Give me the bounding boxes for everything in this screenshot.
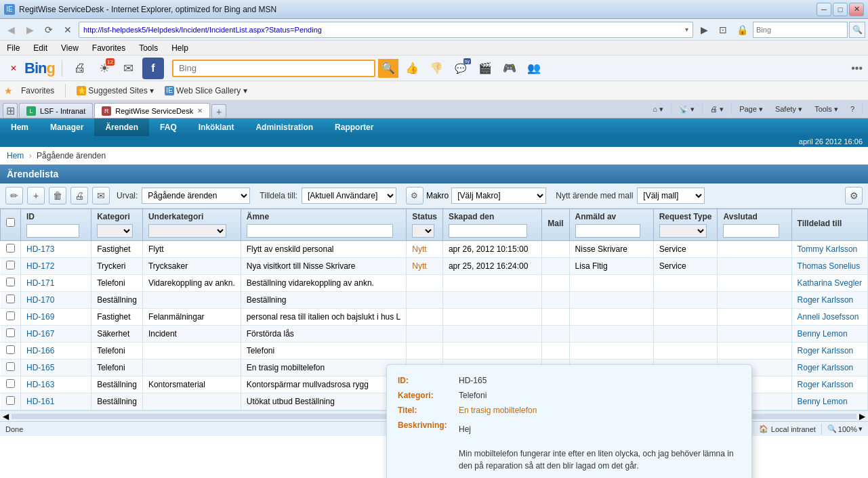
row-tilldelad[interactable]: Roger Karlsson: [791, 292, 867, 309]
menu-view[interactable]: View: [57, 42, 83, 54]
thumbsup-icon[interactable]: 👍: [401, 58, 423, 79]
address-bar[interactable]: http://lsf-helpdesk5/Helpdesk/Incident/I…: [79, 22, 693, 38]
search-input[interactable]: [753, 22, 848, 38]
edit-button[interactable]: ✏: [5, 187, 23, 204]
row-tilldelad[interactable]: Anneli Josefsson: [791, 309, 867, 326]
zoom-dropdown[interactable]: ▾: [859, 425, 863, 433]
scroll-right-button[interactable]: ▶: [856, 412, 868, 421]
menu-favorites[interactable]: Favorites: [88, 42, 129, 54]
table-row[interactable]: HD-172 Tryckeri Trycksaker Nya visitkort…: [1, 258, 868, 275]
minimize-button[interactable]: ─: [817, 3, 831, 16]
forward-button[interactable]: ▶: [22, 22, 38, 38]
select-all-checkbox[interactable]: [6, 218, 15, 227]
bing-search-input[interactable]: [172, 60, 375, 77]
close-button[interactable]: ✕: [849, 3, 864, 16]
feeds-button[interactable]: 📡 ▾: [674, 102, 699, 116]
row-checkbox-cell[interactable]: [1, 376, 21, 393]
mail-icon[interactable]: ✉: [118, 58, 140, 79]
filter-reqtype[interactable]: [659, 224, 707, 238]
row-tilldelad[interactable]: Roger Karlsson: [791, 360, 867, 376]
nav-rapporter[interactable]: Rapporter: [324, 118, 384, 136]
home-button[interactable]: ⌂ ▾: [648, 102, 668, 116]
row-checkbox-cell[interactable]: [1, 309, 21, 326]
macro-select[interactable]: [Välj Makro]: [451, 188, 546, 204]
menu-tools[interactable]: Tools: [135, 42, 162, 54]
table-row[interactable]: HD-167 Säkerhet Incident Förstörda lås B…: [1, 326, 868, 343]
page-button[interactable]: Page ▾: [735, 102, 768, 116]
table-row[interactable]: HD-169 Fastighet Felanmälningar personal…: [1, 309, 868, 326]
row-id[interactable]: HD-163: [21, 376, 91, 393]
back-button[interactable]: ◀: [3, 22, 19, 38]
web-slice-gallery-item[interactable]: IE Web Slice Gallery ▾: [162, 85, 249, 97]
table-row[interactable]: HD-166 Telefoni Telefoni Roger Karlsson: [1, 343, 868, 360]
row-id[interactable]: HD-166: [21, 343, 91, 360]
settings-button[interactable]: ⚙: [845, 187, 863, 204]
tools-button[interactable]: Tools ▾: [810, 102, 843, 116]
new-tab-quick-button[interactable]: ⊞: [3, 103, 18, 118]
row-checkbox[interactable]: [6, 261, 15, 269]
table-row[interactable]: HD-171 Telefoni Vidarekoppling av ankn. …: [1, 275, 868, 292]
row-checkbox-cell[interactable]: [1, 393, 21, 410]
row-checkbox[interactable]: [6, 328, 15, 337]
help-button[interactable]: ?: [846, 102, 859, 116]
row-tilldelad[interactable]: Roger Karlsson: [791, 343, 867, 360]
row-id[interactable]: HD-165: [21, 360, 91, 376]
print-button[interactable]: 🖨 ▾: [705, 102, 728, 116]
compat-button[interactable]: ⊡: [715, 22, 731, 38]
tab-lsf-intranat[interactable]: L LSF - Intranat: [19, 103, 93, 118]
filter-underkategori[interactable]: [148, 224, 226, 238]
row-id[interactable]: HD-173: [21, 241, 91, 258]
facebook-icon[interactable]: f: [142, 58, 164, 79]
row-checkbox-cell[interactable]: [1, 275, 21, 292]
row-tilldelad[interactable]: Benny Lemon: [791, 393, 867, 410]
thumbsdown-icon[interactable]: 👎: [426, 58, 447, 79]
urval-select[interactable]: Pågående ärenden Alla ärenden Mina ärend…: [142, 188, 250, 204]
row-checkbox[interactable]: [6, 396, 15, 405]
nav-administration[interactable]: Administration: [245, 118, 324, 136]
row-checkbox-cell[interactable]: [1, 241, 21, 258]
row-checkbox-cell[interactable]: [1, 292, 21, 309]
suggested-sites-item[interactable]: ⭐ Suggested Sites ▾: [74, 85, 157, 97]
filter-skapad[interactable]: [449, 224, 527, 238]
filter-status[interactable]: [412, 224, 434, 238]
row-id[interactable]: HD-167: [21, 326, 91, 343]
weather-icon[interactable]: ☀12: [94, 58, 115, 79]
row-tilldelad[interactable]: Katharina Svegler: [791, 275, 867, 292]
safety-button[interactable]: Safety ▾: [770, 102, 807, 116]
print-action-button[interactable]: 🖨: [70, 187, 88, 204]
security-button[interactable]: 🔒: [734, 22, 750, 38]
row-id[interactable]: HD-171: [21, 275, 91, 292]
tab-close-button[interactable]: ✕: [197, 107, 203, 114]
filter-id[interactable]: [26, 224, 79, 238]
row-checkbox[interactable]: [6, 379, 15, 388]
email-action-button[interactable]: ✉: [92, 187, 110, 204]
refresh-button[interactable]: ⟳: [41, 22, 57, 38]
new-tab-button[interactable]: +: [211, 104, 226, 118]
bing-search-button[interactable]: 🔍: [378, 59, 398, 78]
search-submit-button[interactable]: 🔍: [849, 22, 865, 38]
nav-manager[interactable]: Manager: [39, 118, 94, 136]
add-button[interactable]: +: [27, 187, 45, 204]
row-id[interactable]: HD-170: [21, 292, 91, 309]
row-checkbox[interactable]: [6, 311, 15, 320]
row-tilldelad[interactable]: Tommy Karlsson: [791, 241, 867, 258]
video-icon[interactable]: 🎬: [474, 58, 496, 79]
filter-amne[interactable]: [247, 224, 393, 238]
mall-select[interactable]: [Välj mall]: [637, 188, 705, 204]
row-checkbox-cell[interactable]: [1, 343, 21, 360]
row-checkbox[interactable]: [6, 244, 15, 253]
people-icon[interactable]: 👥: [523, 58, 545, 79]
row-id[interactable]: HD-169: [21, 309, 91, 326]
window-controls[interactable]: ─ □ ✕: [817, 3, 864, 16]
menu-edit[interactable]: Edit: [29, 42, 51, 54]
menu-file[interactable]: File: [3, 42, 24, 54]
nav-arenden[interactable]: Ärenden: [94, 118, 149, 136]
print-icon[interactable]: 🖨: [69, 58, 91, 79]
address-dropdown[interactable]: ▾: [685, 26, 688, 33]
row-tilldelad[interactable]: Benny Lemon: [791, 326, 867, 343]
more-icon[interactable]: •••: [851, 62, 863, 74]
row-id[interactable]: HD-172: [21, 258, 91, 275]
macro-go-button[interactable]: ⚙: [406, 187, 423, 204]
filter-kategori[interactable]: [97, 224, 133, 238]
row-checkbox[interactable]: [6, 362, 15, 371]
